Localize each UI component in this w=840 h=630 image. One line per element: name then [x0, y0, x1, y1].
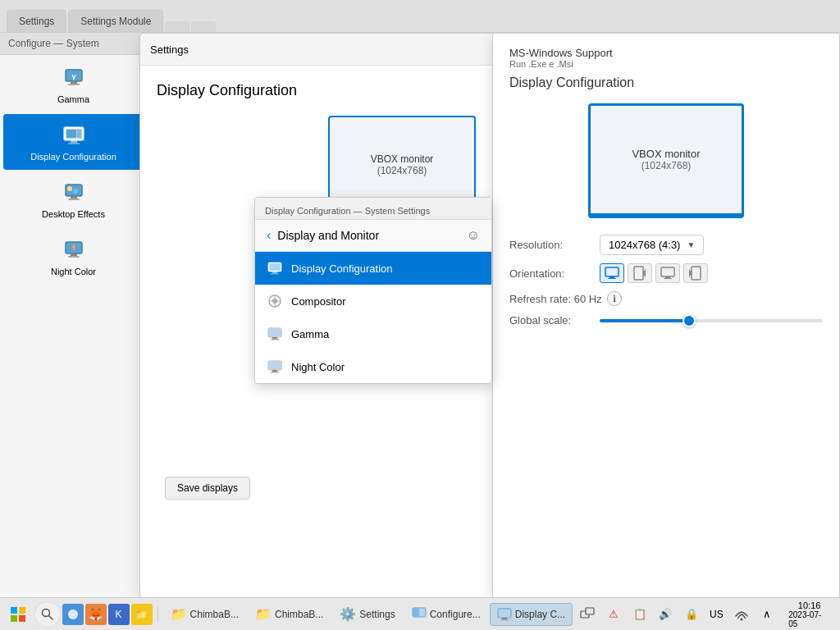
svg-rect-6 — [71, 140, 77, 143]
orientation-label: Orientation: — [509, 267, 600, 280]
task-icon-2[interactable]: 🦊 — [85, 604, 107, 625]
gamma-icon: γ — [61, 65, 87, 91]
global-scale-row: Global scale: — [509, 314, 823, 326]
svg-rect-45 — [689, 269, 690, 277]
svg-rect-2 — [68, 84, 80, 85]
resolution-chevron-icon: ▼ — [687, 240, 695, 249]
ms-windows-support: MS-Windows Support Run .Exe e .Msi — [509, 47, 823, 69]
refresh-info-icon[interactable]: ℹ — [607, 291, 622, 306]
tab-settings-module[interactable]: Settings Module — [68, 10, 163, 32]
taskbar-item-chimbab-1[interactable]: 📁 ChimbaB... — [163, 602, 246, 626]
svg-rect-46 — [11, 607, 17, 614]
dropdown-item-night-color[interactable]: Night Color — [255, 350, 491, 383]
svg-rect-28 — [272, 337, 277, 339]
orient-inverted-button[interactable] — [655, 263, 680, 283]
copy-icon[interactable]: 📋 — [628, 603, 651, 626]
global-scale-slider[interactable] — [600, 319, 823, 322]
taskbar-item-display[interactable]: Display C... — [490, 603, 573, 626]
network-icon[interactable] — [730, 603, 753, 626]
taskbar-item-settings[interactable]: ⚙️ Settings — [332, 602, 402, 626]
save-displays-button[interactable]: Save displays — [165, 477, 250, 500]
dropdown-item-gamma-label: Gamma — [291, 328, 329, 340]
orientation-buttons — [600, 263, 708, 283]
system-tray: ⚠ 📋 🔊 🔒 US ∧ 10:16 2023-07-05 — [576, 600, 837, 628]
start-button[interactable] — [3, 600, 33, 629]
display-config-item-icon — [267, 260, 283, 276]
volume-icon[interactable]: 🔊 — [654, 603, 677, 626]
dropdown-item-night-color-label: Night Color — [291, 361, 345, 373]
global-scale-label: Global scale: — [509, 314, 600, 326]
sidebar-item-gamma[interactable]: γ Gamma — [3, 57, 144, 112]
smiley-icon[interactable]: ☺ — [467, 228, 480, 243]
taskbar: 🦊 K 📁 📁 ChimbaB... 📁 ChimbaB... ⚙️ Setti… — [0, 597, 840, 630]
keyboard-layout[interactable]: US — [706, 609, 727, 620]
task-icon-1[interactable] — [62, 604, 84, 625]
multi-window-icon[interactable] — [576, 603, 599, 626]
monitor-preview-name: VBOX monitor — [371, 153, 434, 165]
resolution-row: Resolution: 840x630 (4:3) ▼ — [509, 235, 823, 255]
alert-icon[interactable]: ⚠ — [602, 603, 625, 626]
sidebar-item-desktop-effects[interactable]: Desktop Effects — [3, 171, 144, 227]
svg-rect-8 — [66, 130, 76, 138]
tab-settings-module-label: Settings Module — [80, 16, 151, 27]
orient-normal-button[interactable] — [600, 263, 624, 283]
right-monitor-display: VBOX monitor (840x630) — [509, 103, 823, 218]
svg-rect-59 — [586, 608, 594, 614]
sidebar-item-display-configuration[interactable]: Display Configuration — [3, 114, 144, 170]
ms-windows-label: MS-Windows Support — [509, 47, 823, 59]
dropdown-item-gamma[interactable]: Gamma — [255, 317, 491, 350]
svg-rect-16 — [71, 253, 77, 256]
dropdown-title-bar: Display Configuration — System Settings — [255, 198, 491, 220]
compositor-item-icon — [267, 293, 283, 309]
configure-system-sidebar: Configure — System γ Gamma Display Co — [0, 33, 148, 630]
resolution-dropdown[interactable]: 840x630 (4:3) ▼ — [600, 235, 704, 255]
display-configuration-icon — [61, 122, 87, 148]
sidebar-item-night-color[interactable]: Night Color — [3, 229, 144, 285]
orientation-row: Orientation: — [509, 263, 823, 283]
dropdown-item-compositor-label: Compositor — [291, 295, 345, 308]
dropdown-item-display-configuration[interactable]: Display Configuration — [255, 252, 491, 285]
dropdown-item-compositor[interactable]: Compositor — [255, 285, 491, 317]
back-button[interactable]: ‹ — [267, 228, 271, 243]
taskbar-item-chimbab-2[interactable]: 📁 ChimbaB... — [248, 602, 331, 626]
svg-rect-9 — [77, 130, 81, 138]
refresh-rate-label: Refresh rate: 60 Hz — [509, 293, 602, 305]
svg-rect-1 — [71, 81, 77, 84]
orient-right-button[interactable] — [683, 263, 708, 283]
task-icon-3[interactable]: K — [108, 604, 130, 625]
svg-rect-54 — [413, 608, 419, 617]
dropdown-header-left: ‹ Display and Monitor — [267, 228, 379, 243]
sidebar-item-night-color-label: Night Color — [51, 267, 96, 276]
tab-settings[interactable]: Settings — [7, 10, 66, 32]
sidebar-item-display-configuration-label: Display Configuration — [30, 152, 116, 162]
global-scale-thumb — [682, 314, 696, 327]
tab-4[interactable] — [191, 21, 216, 32]
svg-point-14 — [73, 189, 78, 194]
dropdown-title-bar-label: Display Configuration — System Settings — [265, 203, 430, 219]
svg-rect-32 — [272, 370, 277, 372]
dropdown-header-title: Display and Monitor — [277, 229, 379, 242]
lock-icon[interactable]: 🔒 — [680, 603, 703, 626]
task-icon-4[interactable]: 📁 — [131, 604, 153, 625]
window-title-label: Settings — [150, 43, 189, 56]
tab-bar: Settings Settings Module — [0, 0, 840, 33]
dropdown-item-display-configuration-label: Display Configuration — [291, 262, 393, 275]
svg-rect-38 — [643, 271, 645, 276]
taskbar-item-configure[interactable]: Configure... — [404, 603, 488, 626]
global-scale-fill — [600, 319, 689, 322]
svg-rect-12 — [68, 199, 80, 200]
clock[interactable]: 10:16 2023-07-05 — [782, 600, 837, 628]
svg-text:γ: γ — [71, 72, 75, 80]
svg-point-60 — [740, 618, 742, 620]
svg-rect-55 — [498, 609, 511, 618]
tab-3[interactable] — [165, 21, 189, 32]
right-monitor-name: VBOX monitor — [632, 148, 700, 160]
svg-rect-41 — [665, 276, 670, 278]
right-monitor-box: VBOX monitor (840x630) — [588, 103, 744, 218]
svg-rect-35 — [609, 276, 614, 278]
search-button[interactable] — [34, 601, 61, 628]
svg-rect-56 — [502, 618, 507, 619]
expand-tray-icon[interactable]: ∧ — [756, 603, 778, 626]
orient-left-button[interactable] — [628, 263, 652, 283]
dropdown-list: Display Configuration Compositor — [255, 252, 491, 383]
